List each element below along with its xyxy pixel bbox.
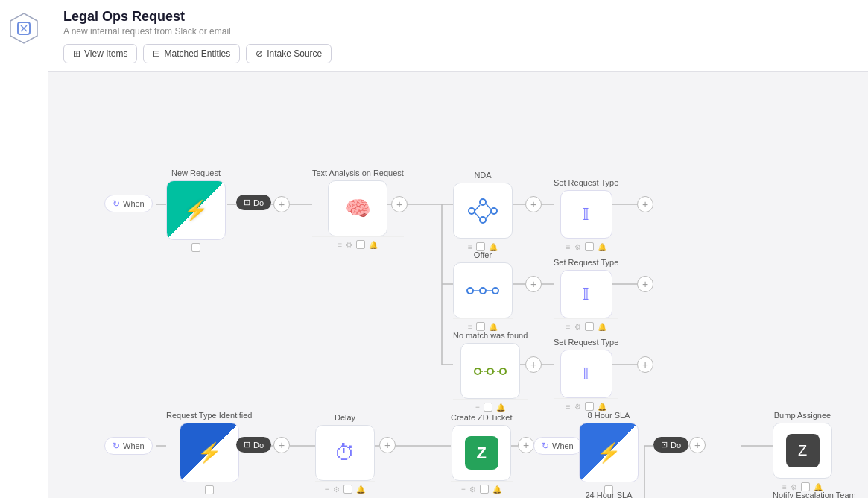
checkbox-srnm[interactable] — [585, 402, 594, 411]
do-pill-2[interactable]: ⊡ Do — [236, 437, 271, 453]
checkbox-1[interactable] — [191, 243, 200, 252]
text-analysis-footer: ≡ ⚙ 🔔 — [312, 236, 404, 252]
intake-source-icon: ⊘ — [256, 48, 263, 59]
gear-icon-zd: ⚙ — [469, 485, 476, 494]
filter-icon-nm: ≡ — [475, 403, 480, 412]
do-label-1: Do — [253, 198, 264, 207]
delay-card[interactable]: ⏱ — [315, 425, 375, 481]
clock-icon: ⏱ — [335, 441, 355, 465]
checkbox-nm[interactable] — [484, 403, 492, 412]
plus-btn-12[interactable]: + — [689, 437, 706, 453]
bell-icon-nm: 🔔 — [496, 403, 505, 412]
sla8-card[interactable]: ⚡ — [579, 423, 639, 482]
no-match-node: No match was found ≡ 🔔 — [453, 331, 528, 415]
plus-btn-3[interactable]: + — [525, 196, 542, 212]
do-pill-3[interactable]: ⊡ Do — [653, 437, 688, 453]
plus-btn-5[interactable]: + — [525, 276, 542, 292]
no-match-flow-icon — [472, 356, 509, 386]
offer-node: Offer ≡ 🔔 — [453, 250, 513, 334]
tab-view-items[interactable]: ⊞ View Items — [63, 44, 137, 63]
set-req-offer-label: Set Request Type — [554, 258, 618, 267]
req-type-label: Request Type Identified — [166, 411, 252, 420]
bell-icon-offer: 🔔 — [489, 323, 498, 331]
svg-line-46 — [486, 212, 491, 218]
checkbox-ta[interactable] — [356, 240, 365, 249]
do-label-3: Do — [671, 441, 681, 450]
set-req-nomatch-label: Set Request Type — [554, 338, 618, 347]
checkbox-delay[interactable] — [343, 485, 352, 494]
set-req-nda-label: Set Request Type — [554, 178, 618, 187]
create-zd-label: Create ZD Ticket — [451, 413, 513, 422]
plus-btn-2[interactable]: + — [391, 196, 408, 212]
when-pill-2[interactable]: ↻ When — [104, 437, 153, 455]
plus-btn-6[interactable]: + — [637, 276, 653, 292]
offer-label: Offer — [474, 250, 492, 259]
bell-icon-sro: 🔔 — [598, 323, 606, 331]
view-items-icon: ⊞ — [73, 48, 80, 59]
plus-btn-1[interactable]: + — [273, 196, 290, 212]
set-req-offer-card[interactable]: 𝕀 — [560, 270, 612, 318]
plus-btn-7[interactable]: + — [525, 356, 542, 373]
set-req-nda-node: Set Request Type 𝕀 ≡ ⚙ 🔔 — [554, 178, 618, 254]
notify-escalation-label: Notify Escalation Team — [773, 491, 856, 498]
checkbox-offer[interactable] — [476, 322, 485, 331]
tab-intake-source[interactable]: ⊘ Intake Source — [246, 44, 332, 63]
create-zd-footer: ≡ ⚙ 🔔 — [451, 481, 513, 497]
filter-icon-delay: ≡ — [325, 485, 329, 494]
page-title: Legal Ops Request — [63, 9, 853, 25]
plus-btn-4[interactable]: + — [637, 196, 653, 212]
tab-matched-entities[interactable]: ⊟ Matched Entities — [143, 44, 240, 63]
when-label-3: When — [552, 441, 574, 450]
filter-icon-ta: ≡ — [338, 241, 343, 249]
create-zd-node: Create ZD Ticket Z ≡ ⚙ 🔔 — [451, 413, 513, 497]
tab-bar: ⊞ View Items ⊟ Matched Entities ⊘ Intake… — [63, 44, 853, 63]
when-pill-1[interactable]: ↻ When — [104, 195, 153, 212]
filter-icon-ba: ≡ — [782, 483, 787, 491]
offer-card[interactable] — [453, 262, 513, 318]
gear-icon-srnm: ⚙ — [574, 403, 581, 411]
checkbox-sro[interactable] — [585, 322, 594, 331]
checkbox-zd[interactable] — [480, 485, 489, 494]
gear-icon-srn: ⚙ — [574, 243, 581, 251]
do-label-2: Do — [253, 441, 264, 450]
sla24-label: 24 Hour SLA — [586, 491, 633, 498]
create-zd-card[interactable]: Z — [452, 425, 511, 481]
sla8-label: 8 Hour SLA — [588, 411, 630, 420]
svg-point-48 — [467, 288, 473, 294]
plus-btn-9[interactable]: + — [273, 437, 290, 453]
plus-btn-10[interactable]: + — [379, 437, 396, 453]
bump-assignee-card[interactable]: Z — [773, 423, 832, 479]
bell-icon-ba: 🔔 — [814, 483, 823, 491]
sync-icon-3: ↻ — [542, 441, 549, 451]
bolt-icon-3: ⚡ — [597, 441, 621, 464]
text-analysis-node: Text Analysis on Request 🧠 ≡ ⚙ 🔔 — [312, 168, 404, 252]
do-pill-1[interactable]: ⊡ Do — [236, 195, 271, 210]
bell-icon-nda: 🔔 — [489, 243, 498, 251]
plus-btn-8[interactable]: + — [637, 356, 653, 373]
checkbox-srn[interactable] — [585, 242, 594, 251]
workflow-canvas[interactable]: ↻ When New Request ⚡ ⊡ Do + — [48, 72, 868, 498]
matched-entities-label: Matched Entities — [164, 48, 230, 59]
svg-point-42 — [491, 208, 497, 214]
req-type-card[interactable]: ⚡ — [180, 423, 239, 482]
nda-card[interactable] — [453, 183, 513, 239]
notify-escalation-node: Notify Escalation Team 🔔 ≡ ⚙ 🔔 — [773, 491, 856, 498]
app-logo — [7, 12, 40, 45]
set-req-nomatch-card[interactable]: 𝕀 — [560, 350, 612, 398]
set-req-nda-card[interactable]: 𝕀 — [560, 190, 612, 239]
cursor-icon-nomatch: 𝕀 — [583, 365, 589, 384]
gear-icon-sro: ⚙ — [574, 323, 581, 331]
checkbox-rt[interactable] — [205, 485, 214, 494]
when-label-1: When — [123, 199, 145, 208]
text-analysis-card[interactable]: 🧠 — [328, 180, 387, 236]
delay-footer: ≡ ⚙ 🔔 — [315, 481, 375, 497]
do-icon-1: ⊡ — [244, 198, 250, 207]
plus-btn-11[interactable]: + — [518, 437, 534, 453]
sync-icon-2: ↻ — [113, 441, 120, 451]
header: Legal Ops Request A new internal request… — [48, 0, 868, 72]
set-req-offer-node: Set Request Type 𝕀 ≡ ⚙ 🔔 — [554, 258, 618, 334]
when-pill-3[interactable]: ↻ When — [533, 437, 582, 455]
filter-icon-srnm: ≡ — [566, 403, 571, 411]
no-match-card[interactable] — [460, 343, 520, 399]
new-request-card[interactable]: ⚡ — [166, 180, 226, 240]
